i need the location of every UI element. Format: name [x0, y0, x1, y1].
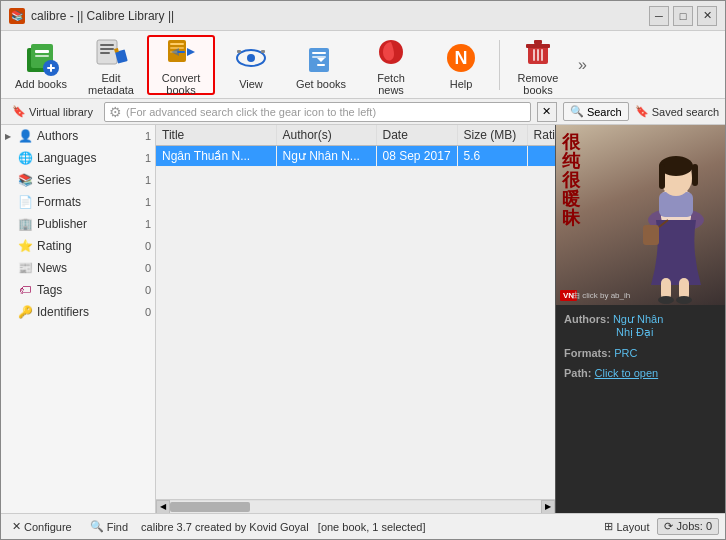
- cover-girl-illustration: [621, 130, 721, 305]
- fetch-news-button[interactable]: Fetch news: [357, 35, 425, 95]
- window-controls: ─ □ ✕: [649, 6, 717, 26]
- languages-icon: 🌐: [17, 150, 33, 166]
- convert-books-button[interactable]: Convert books: [147, 35, 215, 95]
- col-title[interactable]: Title: [156, 125, 276, 146]
- svg-rect-3: [35, 55, 49, 57]
- formats-row: Formats: PRC: [564, 347, 717, 359]
- layout-button[interactable]: ⊞ Layout: [604, 520, 649, 533]
- cover-extra-text: 由 click by ab_ih: [572, 290, 630, 301]
- get-books-button[interactable]: Get books: [287, 35, 355, 95]
- minimize-button[interactable]: ─: [649, 6, 669, 26]
- add-books-button[interactable]: Add books: [7, 35, 75, 95]
- find-button[interactable]: 🔍 Find: [85, 518, 133, 535]
- sidebar-rating-label: Rating: [37, 239, 141, 253]
- col-date[interactable]: Date: [376, 125, 457, 146]
- bookmark-icon: 🔖: [12, 105, 26, 118]
- sidebar-publisher-count: 1: [145, 218, 151, 230]
- jobs-button[interactable]: ⟳ Jobs: 0: [657, 518, 719, 535]
- toolbar: Add books Edit metadata: [1, 31, 725, 99]
- add-books-icon: [23, 40, 59, 76]
- sidebar-identifiers-label: Identifiers: [37, 305, 141, 319]
- news-icon: 📰: [17, 260, 33, 276]
- cell-authors: Ngư Nhân N...: [276, 146, 376, 167]
- bookmark2-icon: 🔖: [635, 105, 649, 118]
- main-window: 📚 calibre - || Calibre Library || ─ □ ✕: [0, 0, 726, 540]
- maximize-button[interactable]: □: [673, 6, 693, 26]
- sidebar-news-label: News: [37, 261, 141, 275]
- search-bar: ⚙ (For advanced search click the gear ic…: [104, 102, 531, 122]
- scroll-thumb[interactable]: [170, 502, 250, 512]
- svg-rect-32: [533, 49, 535, 61]
- view-button[interactable]: View: [217, 35, 285, 95]
- jobs-icon: ⟳: [664, 520, 673, 532]
- path-value[interactable]: Click to open: [595, 367, 659, 379]
- cell-date: 08 Sep 2017: [376, 146, 457, 167]
- sidebar-item-series[interactable]: 📚 Series 1: [1, 169, 155, 191]
- col-size[interactable]: Size (MB): [457, 125, 527, 146]
- remove-books-button[interactable]: Remove books: [504, 35, 572, 95]
- col-authors[interactable]: Author(s): [276, 125, 376, 146]
- scroll-track[interactable]: [170, 501, 541, 513]
- sidebar-news-count: 0: [145, 262, 151, 274]
- sidebar-series-count: 1: [145, 174, 151, 186]
- sidebar-item-rating[interactable]: ⭐ Rating 0: [1, 235, 155, 257]
- sidebar-authors-count: 1: [145, 130, 151, 142]
- configure-button[interactable]: ✕ Configure: [7, 518, 77, 535]
- cell-size: 5.6: [457, 146, 527, 167]
- sidebar-series-label: Series: [37, 173, 141, 187]
- svg-rect-34: [541, 49, 543, 61]
- edit-metadata-label: Edit metadata: [83, 72, 139, 96]
- help-label: Help: [450, 78, 473, 90]
- table-row[interactable]: Ngân Thuần N... Ngư Nhân N... 08 Sep 201…: [156, 146, 555, 167]
- svg-rect-6: [50, 64, 52, 72]
- fetch-news-label: Fetch news: [363, 72, 419, 96]
- layout-icon: ⊞: [604, 520, 613, 533]
- search-placeholder-text: (For advanced search click the gear icon…: [126, 106, 376, 118]
- virtual-library-button[interactable]: 🔖 Virtual library: [7, 103, 98, 120]
- search-gear-icon[interactable]: ⚙: [109, 104, 122, 120]
- sidebar-item-tags[interactable]: 🏷 Tags 0: [1, 279, 155, 301]
- virtual-library-label: Virtual library: [29, 106, 93, 118]
- col-rating[interactable]: Rating: [527, 125, 555, 146]
- get-books-icon: [303, 40, 339, 76]
- sidebar-item-formats[interactable]: 📄 Formats 1: [1, 191, 155, 213]
- sidebar-item-identifiers[interactable]: 🔑 Identifiers 0: [1, 301, 155, 323]
- scroll-left-button[interactable]: ◀: [156, 500, 170, 514]
- close-button[interactable]: ✕: [697, 6, 717, 26]
- sidebar-rating-count: 0: [145, 240, 151, 252]
- sidebar-languages-label: Languages: [37, 151, 141, 165]
- sidebar-item-authors[interactable]: ▶ 👤 Authors 1: [1, 125, 155, 147]
- more-button[interactable]: »: [574, 52, 591, 78]
- add-books-label: Add books: [15, 78, 67, 90]
- svg-rect-33: [537, 49, 539, 61]
- svg-rect-24: [312, 56, 326, 58]
- sidebar-item-languages[interactable]: 🌐 Languages 1: [1, 147, 155, 169]
- publisher-icon: 🏢: [17, 216, 33, 232]
- svg-point-47: [676, 296, 692, 304]
- authors-label: Authors:: [564, 313, 610, 325]
- help-button[interactable]: N Help: [427, 35, 495, 95]
- svg-text:N: N: [455, 48, 468, 68]
- identifiers-icon: 🔑: [17, 304, 33, 320]
- sidebar-item-publisher[interactable]: 🏢 Publisher 1: [1, 213, 155, 235]
- detail-panel: 很 纯 很 暖 昧: [555, 125, 725, 513]
- authors-icon: 👤: [17, 128, 33, 144]
- remove-books-label: Remove books: [510, 72, 566, 96]
- horizontal-scrollbar[interactable]: ◀ ▶: [156, 499, 555, 513]
- search-button[interactable]: 🔍 Search: [563, 102, 629, 121]
- statusbar: ✕ Configure 🔍 Find calibre 3.7 created b…: [1, 513, 725, 539]
- sidebar-formats-count: 1: [145, 196, 151, 208]
- saved-search-button[interactable]: 🔖 Saved search: [635, 105, 719, 118]
- cover-image: 很 纯 很 暖 昧: [556, 125, 725, 305]
- sidebar-languages-count: 1: [145, 152, 151, 164]
- book-scroll-area[interactable]: Title Author(s) Date Size (MB) Rating Ta…: [156, 125, 555, 499]
- edit-metadata-button[interactable]: Edit metadata: [77, 35, 145, 95]
- sidebar-item-news[interactable]: 📰 News 0: [1, 257, 155, 279]
- layout-label: Layout: [616, 521, 649, 533]
- series-icon: 📚: [17, 172, 33, 188]
- search-clear-button[interactable]: ✕: [537, 102, 557, 122]
- svg-rect-2: [35, 50, 49, 53]
- scroll-right-button[interactable]: ▶: [541, 500, 555, 514]
- sidebar-identifiers-count: 0: [145, 306, 151, 318]
- svg-rect-41: [692, 164, 698, 186]
